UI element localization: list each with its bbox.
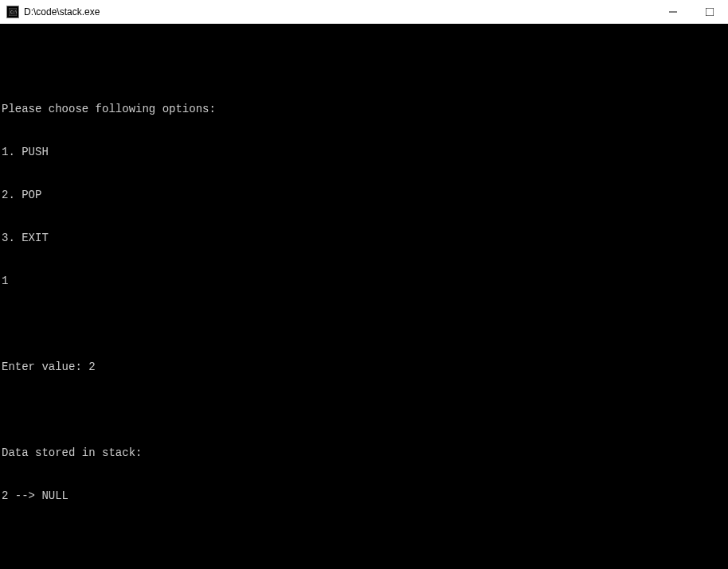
app-icon: C:\ bbox=[6, 6, 19, 18]
console-line bbox=[2, 403, 726, 417]
console-line bbox=[2, 59, 726, 73]
console-line: 2. POP bbox=[2, 188, 726, 202]
console-line: Data stored in stack: bbox=[2, 446, 726, 460]
window-controls bbox=[655, 0, 728, 23]
console-line bbox=[2, 532, 726, 546]
window-title: D:\code\stack.exe bbox=[24, 6, 655, 18]
svg-text:C:\: C:\ bbox=[10, 10, 17, 14]
console-line: Please choose following options: bbox=[2, 102, 726, 116]
window-titlebar[interactable]: C:\ D:\code\stack.exe bbox=[0, 0, 728, 24]
console-line: 1. PUSH bbox=[2, 145, 726, 159]
console-line: 1 bbox=[2, 274, 726, 288]
minimize-button[interactable] bbox=[655, 0, 691, 23]
console-line: 2 --> NULL bbox=[2, 489, 726, 503]
console-line: Enter value: 2 bbox=[2, 360, 726, 374]
console-output[interactable]: Please choose following options: 1. PUSH… bbox=[0, 24, 728, 569]
svg-rect-3 bbox=[706, 8, 714, 16]
console-line bbox=[2, 317, 726, 331]
maximize-button[interactable] bbox=[691, 0, 728, 23]
console-line: 3. EXIT bbox=[2, 231, 726, 245]
